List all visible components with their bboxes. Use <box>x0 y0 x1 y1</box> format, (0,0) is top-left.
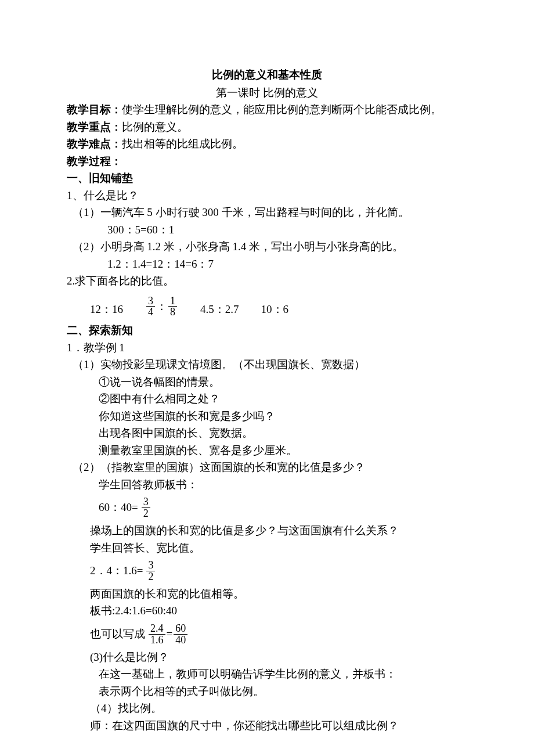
section2-heading: 二、探索新知 <box>67 322 467 339</box>
frac-3-4: 3 4 <box>146 296 155 318</box>
diff-label: 教学难点： <box>67 138 122 150</box>
s2-1b: （2）（指教室里的国旗）这面国旗的长和宽的比值是多少？ <box>67 459 467 476</box>
s2-3: (3)什么是比例？ <box>67 649 467 666</box>
ratio-4: 10：6 <box>261 301 289 318</box>
s2-1: 1．教学例 1 <box>67 340 467 357</box>
s1-q2: 2.求下面各比的比值。 <box>67 273 467 290</box>
proc-label: 教学过程： <box>67 153 467 170</box>
doc-title: 比例的意义和基本性质 <box>67 67 467 84</box>
goal-text: 使学生理解比例的意义，能应用比例的意判断两个比能否成比例。 <box>122 103 442 116</box>
s2-1a-q1: 你知道这些国旗的长和宽是多少吗？ <box>67 408 467 425</box>
section1-heading: 一、旧知铺垫 <box>67 170 467 187</box>
s1-q1b: （2）小明身高 1.2 米，小张身高 1.4 米，写出小明与小张身高的比。 <box>67 239 467 255</box>
s2-board: 板书:2.4:1.6=60:40 <box>67 603 467 620</box>
eq1-pre: 60：40= <box>99 499 138 516</box>
eq3-b: 60 40 <box>174 623 187 646</box>
eq3-a: 2.4 1.6 <box>149 623 165 646</box>
ratio-3: 4.5：2.7 <box>200 301 239 318</box>
s2-3a: 在这一基础上，教师可以明确告诉学生比例的意义，并板书： <box>67 666 467 683</box>
s2-eq-note: 两面国旗的长和宽的比值相等。 <box>67 586 467 603</box>
colon: ： <box>156 298 167 315</box>
s1-q1: 1、什么是比？ <box>67 188 467 204</box>
s2-1a-i: ①说一说各幅图的情景。 <box>67 374 467 391</box>
s1-q1b-eq: 1.2：1.4=12：14=6：7 <box>67 256 467 273</box>
eq2-frac: 3 2 <box>146 560 155 582</box>
focus-text: 比例的意义。 <box>122 121 188 133</box>
ratio-row: 12：16 3 4 ： 1 8 4.5：2.7 10：6 <box>67 296 467 318</box>
diff-text: 找出相等的比组成比例。 <box>122 138 243 150</box>
s2-4a: 师：在这四面国旗的尺寸中，你还能找出哪些比可以组成比例？ <box>67 718 467 735</box>
ratio-1: 12：16 <box>90 301 123 318</box>
s2-1a-ii: ②图中有什么相同之处？ <box>67 391 467 408</box>
s2-4: （4）找比例。 <box>67 700 467 717</box>
s2-1a-q3: 测量教室里国旗的长、宽各是多少厘米。 <box>67 442 467 459</box>
s2-q-op: 操场上的国旗的长和宽的比值是多少？与这面国旗有什么关系？ <box>67 523 467 539</box>
eq-also: 也可以写成 2.4 1.6 = 60 40 <box>67 623 467 646</box>
s1-q1a-eq: 300：5=60：1 <box>67 222 467 239</box>
s2-3b: 表示两个比相等的式子叫做比例。 <box>67 683 467 700</box>
frac-1-8: 1 8 <box>168 296 177 318</box>
eq3-eq: = <box>167 626 173 643</box>
s2-also: 也可以写成 <box>90 626 145 643</box>
eq-24-16: 2．4：1.6= 3 2 <box>67 560 467 582</box>
goal-label: 教学目标： <box>67 103 122 116</box>
eq2-pre: 2．4：1.6= <box>90 563 143 579</box>
eq-60-40: 60：40= 3 2 <box>67 496 467 519</box>
goal-line: 教学目标：使学生理解比例的意义，能应用比例的意判断两个比能否成比例。 <box>67 102 467 118</box>
s1-q1a: （1）一辆汽车 5 小时行驶 300 千米，写出路程与时间的比，并化简。 <box>67 204 467 221</box>
focus-line: 教学重点：比例的意义。 <box>67 119 467 136</box>
diff-line: 教学难点：找出相等的比组成比例。 <box>67 136 467 153</box>
eq1-frac: 3 2 <box>142 496 150 519</box>
doc-subtitle: 第一课时 比例的意义 <box>67 85 467 102</box>
focus-label: 教学重点： <box>67 121 122 133</box>
s2-ans-op: 学生回答长、宽比值。 <box>67 540 467 557</box>
document-page: 比例的意义和基本性质 第一课时 比例的意义 教学目标：使学生理解比例的意义，能应… <box>0 0 534 756</box>
s2-1a: （1）实物投影呈现课文情境图。（不出现国旗长、宽数据） <box>67 357 467 373</box>
s2-1a-q2: 出现各图中国旗的长、宽数据。 <box>67 425 467 442</box>
s2-1b-ans: 学生回答教师板书： <box>67 477 467 494</box>
ratio-2: 3 4 ： 1 8 <box>145 296 178 318</box>
